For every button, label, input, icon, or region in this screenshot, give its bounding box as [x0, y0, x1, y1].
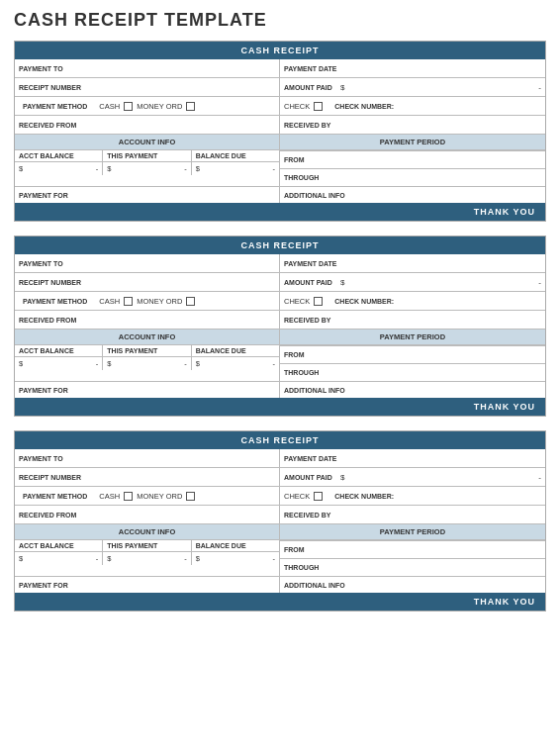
received-from-value[interactable]	[80, 123, 279, 127]
cash-checkbox[interactable]	[124, 297, 133, 306]
dollar-sign: $	[340, 473, 344, 482]
received-by-value[interactable]	[334, 318, 545, 322]
check-label: CHECK	[284, 492, 310, 501]
received-from-value[interactable]	[80, 318, 279, 322]
dash3: -	[272, 359, 275, 368]
account-info-header: ACCOUNT INFO	[15, 524, 279, 540]
through-value[interactable]	[323, 566, 545, 570]
money-ord-checkbox[interactable]	[186, 102, 195, 111]
dash-sign: -	[538, 278, 541, 287]
receipt-number-value[interactable]	[85, 280, 279, 284]
payment-method-label: PAYMENT METHOD	[19, 101, 91, 112]
cash-label: CASH	[99, 297, 120, 306]
check-checkbox[interactable]	[314, 297, 323, 306]
received-by-label: RECEIVED BY	[280, 120, 334, 131]
payment-for-row: PAYMENT FOR ADDITIONAL INFO	[15, 186, 545, 203]
receipt-number-value[interactable]	[85, 85, 279, 89]
thank-you: THANK YOU	[15, 398, 545, 416]
amount-paid-label: AMOUNT PAID	[280, 277, 336, 288]
received-row: RECEIVED FROM RECEIVED BY	[15, 505, 545, 523]
acct-balance-value[interactable]: $ -	[15, 552, 103, 565]
thank-you: THANK YOU	[15, 593, 545, 611]
payment-date-value[interactable]	[341, 66, 545, 70]
receipt-amount-row: RECEIPT NUMBER AMOUNT PAID $ -	[15, 77, 545, 96]
from-label: FROM	[280, 544, 309, 555]
receipt-header: CASH RECEIPT	[15, 42, 545, 59]
money-ord-label: MONEY ORD	[137, 102, 182, 111]
through-label: THROUGH	[280, 172, 323, 183]
payment-method-row: PAYMENT METHOD CASH MONEY ORD CHECK CHEC…	[15, 291, 545, 310]
balance-due-value[interactable]: $ -	[192, 162, 279, 175]
check-checkbox[interactable]	[314, 102, 323, 111]
received-from-value[interactable]	[80, 513, 279, 517]
payment-method-label: PAYMENT METHOD	[19, 296, 91, 307]
receipt-block: CASH RECEIPT PAYMENT TO PAYMENT DATE REC…	[14, 41, 546, 222]
check-number-value[interactable]	[402, 299, 541, 303]
dash-sign: -	[538, 83, 541, 92]
payment-date-value[interactable]	[341, 261, 545, 265]
receipt-block: CASH RECEIPT PAYMENT TO PAYMENT DATE REC…	[14, 236, 546, 417]
this-payment-value[interactable]: $ -	[103, 552, 191, 565]
additional-info-label: ADDITIONAL INFO	[284, 387, 345, 394]
payment-for-label: PAYMENT FOR	[19, 192, 68, 199]
received-by-value[interactable]	[334, 123, 545, 127]
dollar-sign: $	[340, 278, 344, 287]
check-checkbox[interactable]	[314, 492, 323, 501]
payment-for-label: PAYMENT FOR	[19, 387, 68, 394]
amount-paid-value[interactable]: $ -	[336, 81, 545, 94]
dash1: -	[96, 164, 99, 173]
from-value[interactable]	[309, 158, 545, 162]
account-info-header: ACCOUNT INFO	[15, 135, 279, 150]
payment-to-value[interactable]	[67, 456, 279, 460]
payment-to-row: PAYMENT TO PAYMENT DATE	[15, 449, 545, 467]
check-label: CHECK	[284, 297, 310, 306]
payment-for-row: PAYMENT FOR ADDITIONAL INFO	[15, 576, 545, 593]
payment-to-label: PAYMENT TO	[15, 453, 67, 464]
amount-paid-value[interactable]: $ -	[336, 276, 545, 289]
balance-due-value[interactable]: $ -	[192, 552, 279, 565]
balance-due-value[interactable]: $ -	[192, 357, 279, 370]
dash1: -	[96, 554, 99, 563]
check-number-label: CHECK NUMBER:	[330, 296, 398, 307]
additional-info-label: ADDITIONAL INFO	[284, 582, 345, 589]
receipt-block: CASH RECEIPT PAYMENT TO PAYMENT DATE REC…	[14, 430, 546, 612]
received-from-label: RECEIVED FROM	[15, 120, 80, 131]
account-section: ACCOUNT INFO ACCT BALANCE THIS PAYMENT B…	[15, 134, 545, 186]
additional-info-label: ADDITIONAL INFO	[284, 192, 345, 199]
from-label: FROM	[280, 154, 309, 165]
receipt-number-value[interactable]	[85, 475, 279, 479]
dash3: -	[272, 164, 275, 173]
cash-checkbox[interactable]	[124, 492, 133, 501]
acct-balance-value[interactable]: $ -	[15, 357, 103, 370]
from-value[interactable]	[309, 353, 545, 357]
received-by-value[interactable]	[334, 513, 545, 517]
this-payment-value[interactable]: $ -	[103, 162, 191, 175]
through-value[interactable]	[323, 176, 545, 180]
receipt-header: CASH RECEIPT	[15, 431, 545, 449]
payment-date-value[interactable]	[341, 456, 545, 460]
account-section: ACCOUNT INFO ACCT BALANCE THIS PAYMENT B…	[15, 329, 545, 381]
this-payment-header: THIS PAYMENT	[103, 150, 191, 161]
received-by-label: RECEIVED BY	[280, 315, 334, 326]
this-payment-value[interactable]: $ -	[103, 357, 191, 370]
dash2: -	[184, 359, 187, 368]
payment-to-value[interactable]	[67, 66, 279, 70]
receipt-amount-row: RECEIPT NUMBER AMOUNT PAID $ -	[15, 467, 545, 486]
check-number-label: CHECK NUMBER:	[330, 101, 398, 112]
check-number-value[interactable]	[402, 494, 541, 498]
amount-paid-label: AMOUNT PAID	[280, 472, 336, 483]
balance-due-header: BALANCE DUE	[192, 345, 279, 356]
from-value[interactable]	[309, 548, 545, 552]
acct-balance-value[interactable]: $ -	[15, 162, 103, 175]
money-ord-checkbox[interactable]	[186, 492, 195, 501]
dollar3: $	[196, 359, 200, 368]
check-number-value[interactable]	[402, 104, 541, 108]
dollar1: $	[19, 164, 23, 173]
cash-checkbox[interactable]	[124, 102, 133, 111]
payment-to-value[interactable]	[67, 261, 279, 265]
through-value[interactable]	[323, 371, 545, 375]
amount-paid-value[interactable]: $ -	[336, 471, 545, 484]
through-label: THROUGH	[280, 562, 323, 573]
money-ord-checkbox[interactable]	[186, 297, 195, 306]
money-ord-label: MONEY ORD	[137, 492, 182, 501]
